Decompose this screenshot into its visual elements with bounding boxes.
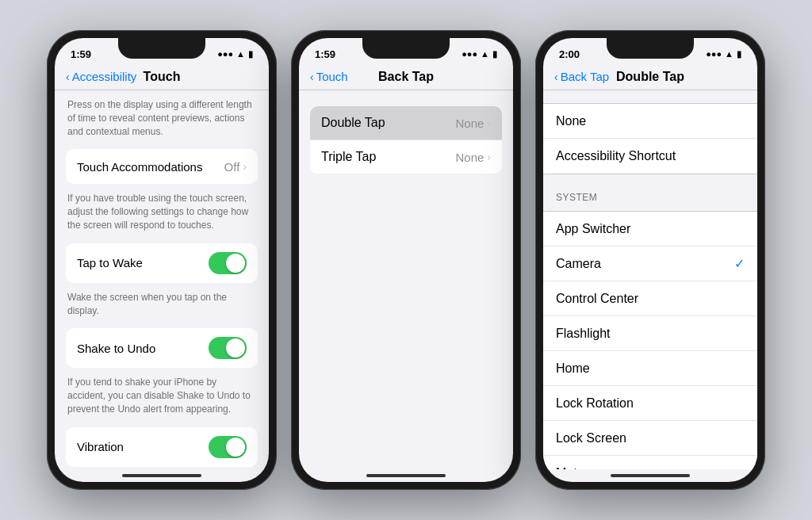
camera-label: Camera [556,257,601,271]
system-section-header: SYSTEM [543,179,757,206]
lock-screen-row[interactable]: Lock Screen [543,421,757,456]
signal-icon-2: ●●● [462,49,477,59]
wifi-icon-3: ▲ [725,49,733,59]
accessibility-shortcut-row[interactable]: Accessibility Shortcut [543,139,757,174]
app-switcher-label: App Switcher [556,222,630,236]
home-bar-3 [611,474,690,477]
screen-content-3[interactable]: None Accessibility Shortcut SYSTEM App S… [543,90,757,469]
back-chevron-3: ‹ [554,71,558,83]
tap-wake-group: Tap to Wake [66,243,258,283]
wifi-icon-2: ▲ [481,49,489,59]
nav-bar-1: ‹ Accessibility Touch [55,67,269,90]
touch-accomm-desc: If you have trouble using the touch scre… [55,189,269,238]
shake-undo-label: Shake to Undo [77,342,155,355]
phone-2-screen: 1:59 ●●● ▲ ▮ ‹ Touch Back Tap Double [299,38,513,482]
battery-icon-3: ▮ [737,49,741,59]
notch-3 [607,38,694,59]
accessibility-shortcut-label: Accessibility Shortcut [556,149,676,163]
touch-accomm-chevron: › [243,160,247,173]
nav-title-3: Double Tap [616,70,684,84]
vibration-toggle[interactable] [209,436,247,458]
battery-icon-2: ▮ [492,49,497,59]
double-tap-value: None › [455,117,491,130]
touch-accomm-row[interactable]: Touch Accommodations Off › [66,149,258,184]
shake-undo-toggle[interactable] [209,337,247,359]
phones-container: 1:59 ●●● ▲ ▮ ‹ Accessibility Touch Press… [47,30,765,490]
back-label-3: Back Tap [561,70,609,83]
none-option-label: None [556,114,586,128]
none-option-row[interactable]: None [543,104,757,139]
shake-undo-row[interactable]: Shake to Undo [66,328,258,368]
status-icons-1: ●●● ▲ ▮ [217,49,253,59]
vibration-knob [226,438,245,457]
back-label-2: Touch [316,70,348,83]
double-tap-chevron: › [487,117,491,129]
shake-undo-group: Shake to Undo [66,328,258,368]
home-indicator-2 [299,469,513,482]
home-bar-2 [366,474,446,477]
signal-icon: ●●● [217,49,233,59]
home-row[interactable]: Home [543,351,757,386]
shake-undo-knob [226,338,245,358]
home-indicator-3 [543,469,757,482]
camera-row[interactable]: Camera ✓ [543,247,757,281]
status-time-1: 1:59 [71,48,91,60]
triple-tap-value: None › [455,151,491,164]
status-time-3: 2:00 [559,48,580,60]
phone-3-screen: 2:00 ●●● ▲ ▮ ‹ Back Tap Double Tap [543,38,757,482]
status-icons-2: ●●● ▲ ▮ [462,49,497,59]
flashlight-label: Flashlight [556,327,610,341]
double-tap-row[interactable]: Double Tap None › [310,106,502,140]
triple-tap-label: Triple Tap [321,150,376,164]
nav-title-2: Back Tap [378,70,434,84]
back-button-3[interactable]: ‹ Back Tap [554,70,609,83]
back-chevron-1: ‹ [66,71,70,83]
home-label: Home [556,361,590,376]
status-time-2: 1:59 [315,48,335,60]
screen-desc-1: Press on the display using a different l… [55,90,269,144]
double-tap-label: Double Tap [321,116,385,130]
tap-wake-row[interactable]: Tap to Wake [66,243,258,283]
notch-2 [362,38,450,59]
control-center-row[interactable]: Control Center [543,281,757,316]
tap-wake-label: Tap to Wake [77,256,143,270]
phone-3: 2:00 ●●● ▲ ▮ ‹ Back Tap Double Tap [535,30,765,490]
touch-accomm-group: Touch Accommodations Off › [66,149,258,184]
back-button-1[interactable]: ‹ Accessibility [66,70,136,83]
triple-tap-chevron: › [487,151,491,163]
shake-undo-desc: If you tend to shake your iPhone by acci… [55,373,269,422]
tap-wake-desc: Wake the screen when you tap on the disp… [55,288,269,324]
nav-title-1: Touch [144,70,181,84]
lock-rotation-row[interactable]: Lock Rotation [543,386,757,421]
phone-1: 1:59 ●●● ▲ ▮ ‹ Accessibility Touch Press… [47,30,277,490]
camera-checkmark: ✓ [734,256,745,271]
vibration-group: Vibration [66,427,258,467]
lock-screen-label: Lock Screen [556,431,626,445]
nav-bar-3: ‹ Back Tap Double Tap [543,67,757,90]
phone-1-screen: 1:59 ●●● ▲ ▮ ‹ Accessibility Touch Press… [55,38,269,482]
back-chevron-2: ‹ [310,71,314,83]
system-list-group: App Switcher Camera ✓ Control Center Fla… [543,211,757,469]
app-switcher-row[interactable]: App Switcher [543,212,757,247]
mute-row[interactable]: Mute [543,456,757,469]
back-tap-items-group: Double Tap None › Triple Tap None › [310,106,502,174]
vibration-row[interactable]: Vibration [66,427,258,467]
screen-content-1[interactable]: Press on the display using a different l… [55,90,269,469]
back-label-1: Accessibility [72,70,137,83]
screen-content-2[interactable]: Double Tap None › Triple Tap None › [299,90,513,469]
wifi-icon: ▲ [236,49,245,59]
nav-bar-2: ‹ Touch Back Tap [299,67,513,90]
phone-2: 1:59 ●●● ▲ ▮ ‹ Touch Back Tap Double [291,30,521,490]
back-button-2[interactable]: ‹ Touch [310,70,348,83]
touch-accomm-value: Off › [224,160,247,174]
tap-wake-toggle[interactable] [209,252,247,274]
battery-icon: ▮ [248,49,253,59]
triple-tap-row[interactable]: Triple Tap None › [310,140,502,174]
flashlight-row[interactable]: Flashlight [543,316,757,351]
notch-1 [118,38,205,59]
signal-icon-3: ●●● [706,49,722,59]
touch-accomm-label: Touch Accommodations [77,160,202,174]
vibration-label: Vibration [77,440,124,453]
status-icons-3: ●●● ▲ ▮ [706,49,741,59]
double-tap-top-group: None Accessibility Shortcut [543,103,757,174]
